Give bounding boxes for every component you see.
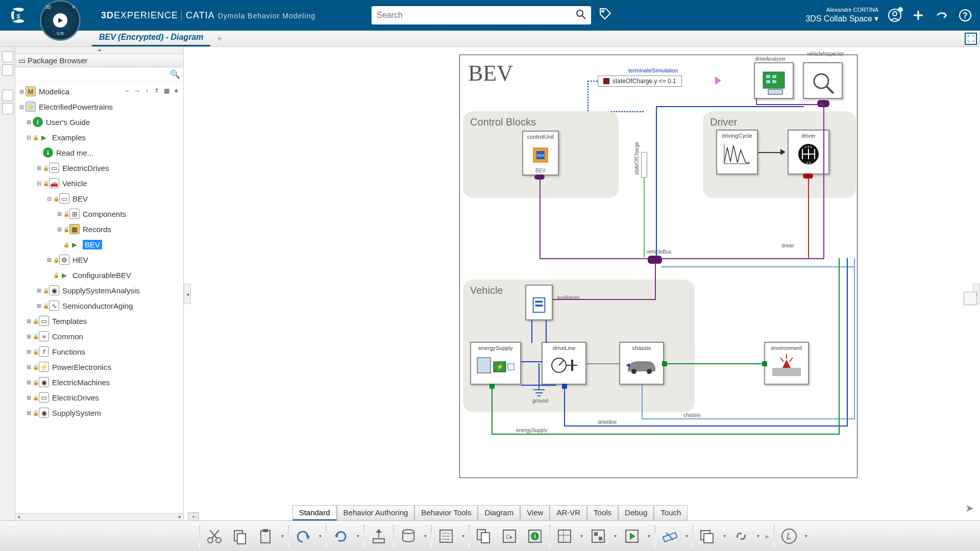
tree-nav-back-icon[interactable]: ← [124, 87, 132, 95]
grid2-dropdown[interactable]: ▾ [612, 533, 618, 539]
toolbar-overflow[interactable]: ▸ [764, 532, 771, 540]
search-icon[interactable] [576, 9, 586, 22]
add-icon[interactable] [911, 8, 925, 22]
tab-debug[interactable]: Debug [618, 505, 654, 520]
chassis-block[interactable]: chassis [619, 342, 664, 385]
link-icon[interactable] [730, 525, 752, 547]
tab-ar-vr[interactable]: AR-VR [550, 505, 587, 520]
terminate-block[interactable]: stateOfCharge.y <= 0.1 [598, 76, 682, 87]
refresh-icon[interactable] [330, 525, 352, 547]
document-tab-active[interactable]: BEV (Encrypted) - Diagram [92, 30, 210, 46]
paste-icon[interactable] [254, 525, 277, 547]
tree-node-semiconductor-aging[interactable]: ⊞🔒∿ SemiconductorAging [15, 298, 183, 313]
ds-logo[interactable]: S [4, 2, 32, 30]
tree-node-electrified[interactable]: ⊟⚡ ElectrifiedPowertrains [15, 99, 183, 114]
tree-node-bev-model[interactable]: 🔒▶ BEV [15, 237, 183, 252]
tree-node-electric-machines[interactable]: ⊞🔒◉ ElectricMachines [15, 374, 183, 390]
tab-tools[interactable]: Tools [587, 505, 618, 520]
properties-dropdown[interactable]: ▾ [460, 533, 465, 539]
vtool-4[interactable] [2, 103, 13, 114]
add-tab-button[interactable]: + [216, 34, 222, 46]
tree-nav-fwd-icon[interactable]: → [133, 87, 141, 95]
share-icon[interactable] [935, 8, 949, 22]
search-input[interactable] [377, 11, 576, 20]
vtool-1[interactable] [2, 51, 13, 62]
code-icon[interactable]: C▸ [498, 525, 521, 547]
tree-nav-top-icon[interactable]: ⇑ [153, 87, 161, 95]
tree-node-bev-pkg[interactable]: ⊟🔒▭ BEV [15, 191, 183, 206]
tree-node-components[interactable]: ⊞🔒⊞ Components [15, 206, 183, 221]
package-filter-icon[interactable]: 🔍 [170, 69, 180, 79]
tree-node-electric-drives2[interactable]: ⊞🔒▭ ElectricDrives [15, 390, 183, 405]
tree-node-records[interactable]: ⊞🔒▦ Records [15, 221, 183, 237]
grid1-icon[interactable] [553, 525, 576, 547]
tree-node-examples[interactable]: ⊟🔒▶ Examples [15, 130, 183, 145]
run-dropdown[interactable]: ▾ [646, 533, 651, 539]
copy-icon[interactable] [229, 525, 251, 547]
canvas-expand-left[interactable]: ◂ [184, 284, 191, 304]
user-icon[interactable] [888, 8, 902, 22]
measure-dropdown[interactable]: ▾ [684, 533, 689, 539]
tab-view[interactable]: View [520, 505, 550, 520]
refresh-dropdown[interactable]: ▾ [355, 533, 360, 539]
tree-nav-up-icon[interactable]: ↑ [143, 87, 151, 95]
lambda-dropdown[interactable]: ▾ [803, 533, 808, 539]
user-block[interactable]: Alexandre CORTINA 3DS Collab Space▾ [805, 6, 878, 24]
tree-node-users-guide[interactable]: ⊞i User's Guide [15, 114, 183, 130]
drive-analyser-block[interactable] [754, 62, 794, 99]
lambda-icon[interactable]: L [778, 525, 800, 547]
control-unit-block[interactable]: controlUnit 010 BEV [522, 131, 559, 176]
thumbnail-toggle[interactable] [964, 292, 977, 305]
search-box[interactable] [372, 6, 591, 24]
undo-icon[interactable] [292, 525, 314, 547]
run-icon[interactable] [621, 525, 643, 547]
paste-dropdown[interactable]: ▾ [280, 533, 285, 539]
duplicate-icon[interactable] [473, 525, 495, 547]
tree-node-vehicle[interactable]: ⊟🔒🚗 Vehicle [15, 176, 183, 191]
diagram-canvas[interactable]: ◂ ▸ ➤ BEV terminateSimulation stateOfCha… [184, 47, 980, 520]
undo-dropdown[interactable]: ▾ [317, 533, 323, 539]
energy-supply-block[interactable]: energySupply ⚡ [470, 342, 521, 385]
link-dropdown[interactable]: ▾ [755, 533, 761, 539]
tree-node-supply-system-analysis[interactable]: ⊞🔒◉ SupplySystemAnalysis [15, 283, 183, 298]
vehicle-bus-node[interactable] [648, 256, 662, 264]
database-dropdown[interactable]: ▾ [423, 533, 428, 539]
environment-block[interactable]: environment [764, 342, 809, 385]
compass-icon[interactable]: 3D V V.R [40, 0, 86, 46]
database-icon[interactable] [397, 525, 420, 547]
tree-node-functions[interactable]: ⊞🔒f Functions [15, 344, 183, 359]
collab-space-selector[interactable]: 3DS Collab Space▾ [805, 14, 878, 24]
layers-icon[interactable] [696, 525, 719, 547]
info-icon[interactable]: i [524, 525, 546, 547]
upload-icon[interactable] [368, 525, 390, 547]
vtool-3[interactable] [2, 90, 13, 101]
tree-node-common[interactable]: ⊞🔒∝ Common [15, 329, 183, 344]
help-icon[interactable]: ? [958, 8, 972, 22]
tree-node-power-electronics[interactable]: ⊞🔒⚡ PowerElectronics [15, 359, 183, 374]
grid2-icon[interactable] [587, 525, 609, 547]
bottom-tabs-collapse[interactable]: ⌄ [188, 512, 199, 520]
state-of-charge-sensor[interactable] [641, 152, 647, 178]
tab-touch[interactable]: Touch [654, 505, 688, 520]
fullscreen-button[interactable]: ⛶ [965, 33, 977, 45]
tree-node-readme[interactable]: i Read me... [15, 145, 183, 160]
panel-collapse-handle[interactable]: ◂ [15, 47, 183, 54]
tab-behavior-tools[interactable]: Behavior Tools [414, 505, 478, 520]
grid1-dropdown[interactable]: ▾ [579, 533, 584, 539]
properties-icon[interactable] [435, 525, 457, 547]
tree-node-modelica[interactable]: ⊞M Modelica ← → ↑ ⇑ ▦ ★ [15, 84, 183, 99]
tab-standard[interactable]: Standard [292, 505, 337, 520]
tree-node-electric-drives[interactable]: ⊞🔒▭ ElectricDrives [15, 160, 183, 176]
vehicle-inspector-block[interactable] [803, 62, 843, 99]
package-filter-input[interactable] [18, 70, 170, 78]
layers-dropdown[interactable]: ▾ [722, 533, 727, 539]
cut-icon[interactable] [203, 525, 226, 547]
tab-behavior-authoring[interactable]: Behavior Authoring [337, 505, 415, 520]
tree-nav-star-icon[interactable]: ★ [172, 87, 180, 95]
tree-node-configurable-bev[interactable]: 🔒▶ ConfigurableBEV [15, 267, 183, 283]
auxiliaries-block[interactable] [525, 285, 553, 320]
package-browser-search[interactable]: 🔍 [15, 67, 183, 82]
driveline-block[interactable]: driveLine [542, 342, 586, 385]
tab-diagram[interactable]: Diagram [478, 505, 520, 520]
tree-node-hev[interactable]: ⊞🔒⚙ HEV [15, 252, 183, 267]
